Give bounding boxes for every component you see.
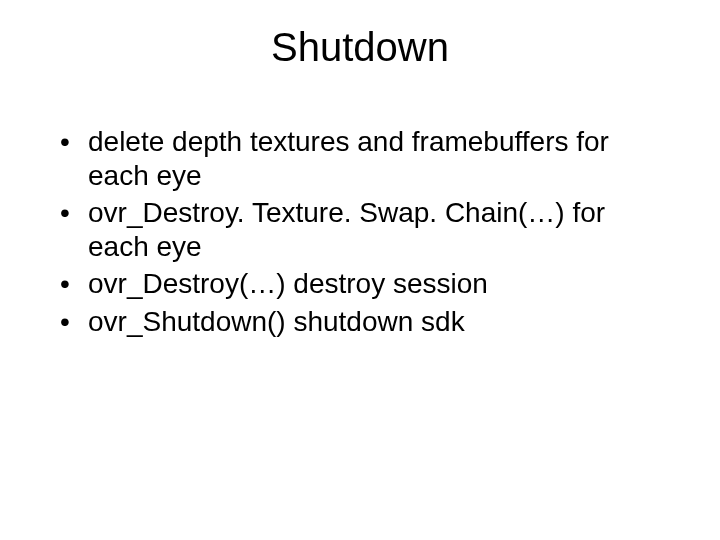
list-item: ovr_Shutdown() shutdown sdk [60,305,670,339]
slide-title: Shutdown [50,25,670,70]
slide: Shutdown delete depth textures and frame… [0,0,720,540]
bullet-list: delete depth textures and framebuffers f… [60,125,670,339]
list-item: ovr_Destroy. Texture. Swap. Chain(…) for… [60,196,670,263]
list-item: delete depth textures and framebuffers f… [60,125,670,192]
list-item: ovr_Destroy(…) destroy session [60,267,670,301]
